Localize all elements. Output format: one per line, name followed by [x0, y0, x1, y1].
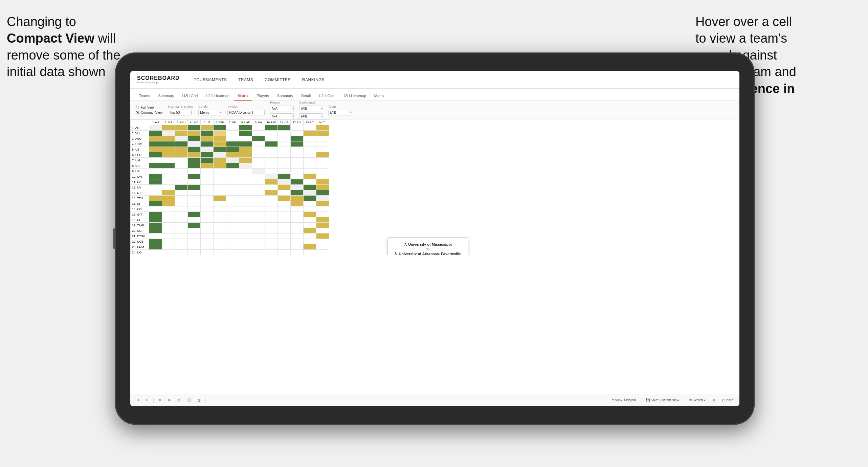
- matrix-cell[interactable]: [201, 152, 214, 158]
- clock-btn[interactable]: ◷: [196, 397, 203, 403]
- matrix-cell[interactable]: [162, 228, 175, 234]
- matrix-cell[interactable]: [304, 163, 316, 169]
- matrix-cell[interactable]: [162, 212, 175, 217]
- matrix-cell[interactable]: [201, 125, 214, 131]
- matrix-cell[interactable]: [175, 131, 188, 136]
- matrix-cell[interactable]: [291, 239, 304, 244]
- matrix-cell[interactable]: [214, 147, 226, 152]
- matrix-cell[interactable]: [252, 158, 265, 163]
- matrix-cell[interactable]: [316, 206, 329, 212]
- matrix-cell[interactable]: [278, 147, 291, 152]
- matrix-cell[interactable]: [214, 190, 226, 196]
- tab-h2h-grid-2[interactable]: H2H Grid: [315, 92, 338, 101]
- matrix-cell[interactable]: [162, 234, 175, 239]
- matrix-cell[interactable]: [239, 239, 252, 244]
- matrix-cell[interactable]: [291, 179, 304, 185]
- tab-summary-2[interactable]: Summary: [274, 92, 296, 101]
- matrix-cell[interactable]: [201, 217, 214, 223]
- matrix-cell[interactable]: [149, 190, 162, 196]
- matrix-cell[interactable]: [226, 136, 239, 141]
- matrix-container[interactable]: 1. AU 2. VU 3. ASU 4. UNC 5. UT 6. FSU 7…: [130, 119, 739, 255]
- matrix-cell[interactable]: [162, 147, 175, 152]
- matrix-cell[interactable]: [291, 125, 304, 131]
- matrix-cell[interactable]: [316, 201, 329, 206]
- matrix-cell[interactable]: [214, 239, 226, 244]
- matrix-cell[interactable]: [175, 250, 188, 255]
- matrix-cell[interactable]: [149, 223, 162, 228]
- matrix-cell[interactable]: [291, 223, 304, 228]
- matrix-cell[interactable]: [239, 152, 252, 158]
- matrix-cell[interactable]: [291, 141, 304, 147]
- matrix-cell[interactable]: [214, 158, 226, 163]
- matrix-cell[interactable]: [188, 179, 201, 185]
- matrix-cell[interactable]: [316, 196, 329, 201]
- matrix-cell[interactable]: [252, 234, 265, 239]
- matrix-cell[interactable]: [175, 147, 188, 152]
- compact-view-option[interactable]: Compact View: [136, 111, 162, 114]
- matrix-cell[interactable]: [201, 169, 214, 174]
- matrix-cell[interactable]: [214, 196, 226, 201]
- matrix-cell[interactable]: [291, 185, 304, 190]
- matrix-cell[interactable]: [162, 190, 175, 196]
- matrix-cell[interactable]: [214, 201, 226, 206]
- matrix-cell[interactable]: [239, 250, 252, 255]
- matrix-cell[interactable]: [188, 244, 201, 250]
- matrix-cell[interactable]: [304, 131, 316, 136]
- matrix-cell[interactable]: [226, 250, 239, 255]
- matrix-cell[interactable]: [252, 141, 265, 147]
- matrix-cell[interactable]: [226, 147, 239, 152]
- matrix-cell[interactable]: [188, 212, 201, 217]
- matrix-cell[interactable]: [214, 169, 226, 174]
- matrix-cell[interactable]: [252, 206, 265, 212]
- matrix-cell[interactable]: [214, 206, 226, 212]
- matrix-cell[interactable]: [149, 136, 162, 141]
- matrix-cell[interactable]: [265, 185, 278, 190]
- matrix-cell[interactable]: [278, 125, 291, 131]
- matrix-cell[interactable]: [278, 185, 291, 190]
- matrix-cell[interactable]: [304, 212, 316, 217]
- matrix-cell[interactable]: [304, 174, 316, 179]
- matrix-cell[interactable]: [188, 136, 201, 141]
- matrix-cell[interactable]: [252, 196, 265, 201]
- matrix-cell[interactable]: [252, 169, 265, 174]
- matrix-cell[interactable]: [175, 125, 188, 131]
- matrix-cell[interactable]: [214, 244, 226, 250]
- matrix-cell[interactable]: [201, 141, 214, 147]
- matrix-cell[interactable]: [188, 141, 201, 147]
- matrix-cell[interactable]: [291, 217, 304, 223]
- matrix-cell[interactable]: [201, 228, 214, 234]
- matrix-cell[interactable]: [188, 190, 201, 196]
- matrix-cell[interactable]: [265, 190, 278, 196]
- undo-btn[interactable]: ↺: [134, 397, 141, 403]
- full-view-option[interactable]: Full View: [136, 106, 162, 109]
- redo-btn[interactable]: ↻: [144, 397, 151, 403]
- matrix-cell[interactable]: [291, 196, 304, 201]
- matrix-cell[interactable]: [304, 152, 316, 158]
- matrix-cell[interactable]: [162, 131, 175, 136]
- matrix-cell[interactable]: [201, 185, 214, 190]
- matrix-cell[interactable]: [252, 212, 265, 217]
- matrix-cell[interactable]: [239, 228, 252, 234]
- matrix-cell[interactable]: [214, 228, 226, 234]
- matrix-cell[interactable]: [316, 185, 329, 190]
- matrix-cell[interactable]: [252, 228, 265, 234]
- zoom-out-btn[interactable]: ⊖: [166, 397, 173, 403]
- matrix-cell[interactable]: [278, 223, 291, 228]
- matrix-cell[interactable]: [278, 228, 291, 234]
- matrix-cell[interactable]: [149, 158, 162, 163]
- matrix-cell[interactable]: [175, 201, 188, 206]
- matrix-cell[interactable]: [162, 250, 175, 255]
- tab-players[interactable]: Players: [253, 92, 272, 101]
- matrix-cell[interactable]: [265, 250, 278, 255]
- matrix-cell[interactable]: [188, 250, 201, 255]
- matrix-cell[interactable]: [265, 158, 278, 163]
- matrix-cell[interactable]: [252, 244, 265, 250]
- matrix-cell[interactable]: [265, 141, 278, 147]
- matrix-cell[interactable]: [214, 136, 226, 141]
- matrix-cell[interactable]: [278, 136, 291, 141]
- matrix-cell[interactable]: [316, 234, 329, 239]
- matrix-cell[interactable]: [278, 212, 291, 217]
- matrix-cell[interactable]: [149, 201, 162, 206]
- matrix-cell[interactable]: [304, 223, 316, 228]
- matrix-cell[interactable]: [175, 174, 188, 179]
